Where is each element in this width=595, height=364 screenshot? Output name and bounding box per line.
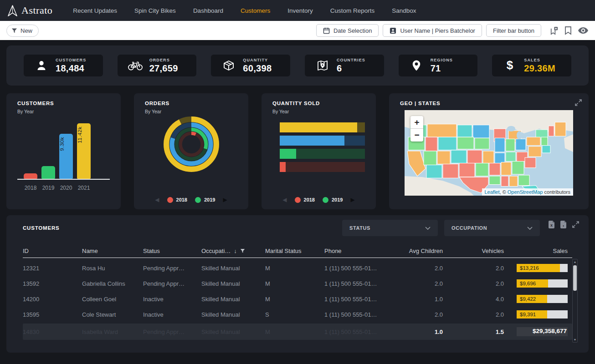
kpi-label: QUANTITY — [243, 58, 272, 62]
astrato-logo-icon — [7, 5, 18, 17]
kpi-regions[interactable]: REGIONS 71 — [399, 55, 478, 76]
table-scrollbar[interactable]: ▲ ▼ — [572, 259, 578, 343]
main-nav: Recent Updates Spin City Bikes Dashboard… — [64, 7, 425, 14]
cell-avg-children: 2.0 — [401, 311, 447, 318]
legend-prev-icon[interactable]: ◀ — [282, 197, 287, 203]
zoom-in-button[interactable]: + — [410, 116, 423, 129]
hbar-fill — [280, 162, 286, 172]
bar-2018[interactable] — [24, 173, 37, 179]
hbar-2020[interactable] — [280, 136, 365, 146]
attribution-text: contributors — [543, 189, 570, 195]
zoom-out-button[interactable]: − — [410, 129, 423, 142]
nav-item-recent-updates[interactable]: Recent Updates — [64, 7, 126, 14]
scroll-down-icon[interactable]: ▼ — [573, 338, 577, 341]
filter-funnel-icon[interactable] — [240, 248, 245, 253]
expand-icon[interactable] — [572, 221, 580, 228]
nav-item-dashboard[interactable]: Dashboard — [185, 7, 232, 14]
col-header-vehicles[interactable]: Vehicles — [447, 248, 508, 254]
user-button[interactable]: User Name | Piers Batchelor — [383, 24, 482, 37]
nav-item-spin-city-bikes[interactable]: Spin City Bikes — [126, 7, 185, 14]
orders-donut[interactable] — [145, 115, 237, 173]
new-filter-button[interactable]: New — [6, 25, 39, 37]
legend-next-icon[interactable]: ▶ — [350, 197, 354, 203]
kpi-sales[interactable]: $ SALES 29.36M — [492, 55, 571, 76]
status-filter-dropdown[interactable]: STATUS — [342, 220, 438, 236]
map-icon — [315, 60, 330, 71]
table-row[interactable]: 14200 Colleen Goel Inactive Skilled Manu… — [23, 291, 572, 307]
hbar-2021[interactable] — [280, 122, 365, 132]
cell-occupation: Skilled Manual — [201, 311, 265, 318]
col-header-sales[interactable]: Sales — [508, 248, 572, 254]
col-header-status[interactable]: Status — [143, 248, 201, 254]
nav-item-sandbox[interactable]: Sandbox — [383, 7, 425, 14]
legend-label: 2018 — [176, 197, 187, 202]
legend-next-icon[interactable]: ▶ — [223, 197, 227, 203]
brand[interactable]: Astrato — [7, 5, 52, 17]
bookmark-icon[interactable] — [564, 26, 572, 35]
legend-prev-icon[interactable]: ◀ — [155, 197, 159, 203]
bar-value-label: 11.42k — [77, 126, 91, 143]
legend-dot-2019 — [195, 197, 201, 203]
col-header-name[interactable]: Name — [82, 248, 143, 254]
cell-sales: $9,696 — [508, 279, 572, 288]
table-row[interactable]: 13595 Cole Stewart Inactive Skilled Manu… — [23, 307, 572, 322]
kpi-customers[interactable]: CUSTOMERS 18,484 — [24, 55, 103, 76]
legend-item-2019[interactable]: 2019 — [323, 197, 343, 203]
x-tick-label: 2020 — [59, 185, 73, 191]
bar-2021[interactable]: 11.42k — [77, 123, 91, 179]
kpi-quantity[interactable]: QUANTITY 60,398 — [211, 55, 290, 76]
bar-2020[interactable]: 9.30k — [59, 134, 73, 179]
filter-label: STATUS — [349, 225, 370, 231]
total-sales-cell: $29,358,677 — [508, 327, 572, 336]
cell-id: 13595 — [23, 311, 82, 318]
scroll-up-icon[interactable]: ▲ — [573, 260, 577, 263]
expand-icon[interactable] — [574, 99, 582, 106]
chevron-down-icon — [425, 227, 431, 230]
kpi-countries[interactable]: COUNTRIES 6 — [305, 55, 384, 76]
bookmark-add-icon[interactable] — [549, 26, 559, 35]
package-icon — [221, 60, 236, 71]
col-header-marital-status[interactable]: Marital Status — [265, 248, 324, 254]
ghost-cell-id: 14830 — [23, 329, 82, 335]
cell-vehicles: 2.0 — [447, 265, 508, 272]
nav-item-inventory[interactable]: Inventory — [279, 7, 322, 14]
eye-icon[interactable] — [578, 26, 589, 35]
col-header-phone[interactable]: Phone — [324, 248, 401, 254]
scrollbar-thumb[interactable] — [573, 265, 577, 291]
col-header-occupation[interactable]: Occupati… ↓ — [201, 248, 265, 254]
legend-item-2018[interactable]: 2018 — [167, 197, 187, 203]
table-row[interactable]: 13592 Gabriella Collins Pending Appr… Sk… — [23, 276, 572, 291]
bar-2019[interactable] — [41, 166, 55, 179]
sort-desc-icon[interactable]: ↓ — [234, 248, 237, 254]
col-header-avg-children[interactable]: Avg Children — [401, 248, 447, 254]
export-xlsx-icon[interactable]: x — [548, 221, 555, 228]
legend-label: 2018 — [304, 197, 315, 202]
legend-item-2019[interactable]: 2019 — [195, 197, 215, 203]
leaflet-map[interactable]: + − Leaflet, © OpenStreetMap contributor… — [405, 110, 573, 196]
cell-marital: M — [265, 296, 324, 303]
quantity-chart-card: QUANTITY SOLD By Year ◀ 2018 2019 ▶ — [262, 93, 376, 209]
svg-text:x: x — [550, 223, 553, 228]
leaflet-link[interactable]: Leaflet — [485, 189, 500, 195]
table-totals-row: 14830 Isabella Ward Pending Appr… Skille… — [23, 324, 572, 340]
date-selection-button[interactable]: Date Selection — [316, 24, 379, 37]
hbar-2018[interactable] — [280, 162, 365, 172]
filter-bar-button[interactable]: Filter bar button — [486, 24, 541, 37]
total-avg-children: 1.0 — [401, 329, 447, 335]
table-row[interactable]: 12321 Rosa Hu Pending Appr… Skilled Manu… — [23, 260, 572, 276]
customers-x-labels: 2018201920202021 — [17, 185, 110, 191]
x-tick-label: 2018 — [24, 185, 37, 191]
osm-link[interactable]: OpenStreetMap — [508, 189, 543, 195]
occupation-filter-dropdown[interactable]: OCCUPATION — [444, 220, 540, 236]
col-header-id[interactable]: ID — [23, 248, 82, 254]
nav-item-custom-reports[interactable]: Custom Reports — [322, 7, 384, 14]
ghost-cell-status: Pending Appr… — [143, 329, 201, 335]
kpi-orders[interactable]: ORDERS 27,659 — [118, 55, 197, 76]
cell-phone: 1 (11) 500 555-01… — [324, 311, 401, 318]
cell-avg-children: 1.0 — [401, 296, 447, 303]
hbar-2019[interactable] — [280, 149, 365, 159]
customers-table-panel: CUSTOMERS STATUS OCCUPATION x , ID Name — [6, 215, 589, 353]
export-csv-icon[interactable]: , — [560, 221, 567, 228]
legend-item-2018[interactable]: 2018 — [295, 197, 315, 203]
nav-item-customers[interactable]: Customers — [232, 7, 279, 14]
